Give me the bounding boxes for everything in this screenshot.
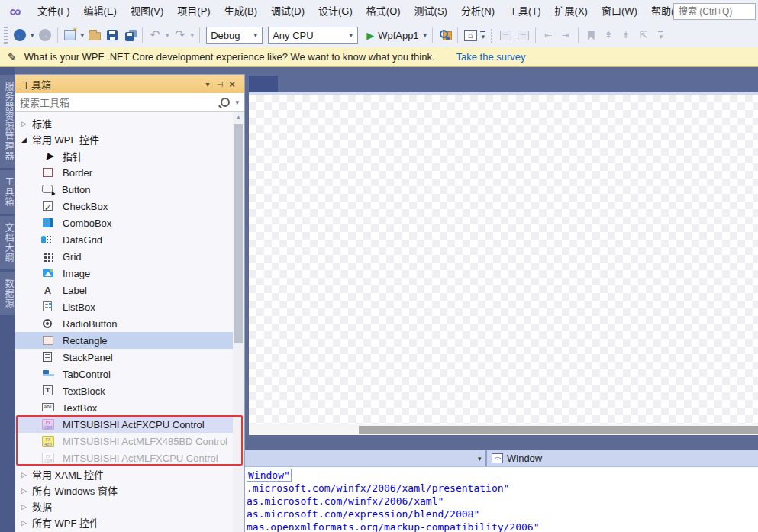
- menu-item-debug[interactable]: 调试(D): [264, 0, 311, 23]
- toolbox-item-border[interactable]: Border: [15, 164, 244, 181]
- code-line: .microsoft.com/winfx/2006/xaml/presentat…: [247, 482, 758, 495]
- sidebar-tab-server-explorer[interactable]: 服务器资源管理器: [0, 75, 15, 168]
- collapsed-arrow-icon: ▷: [21, 487, 27, 495]
- toolbox-vertical-scrollbar[interactable]: ▲: [233, 112, 244, 532]
- toolbox-category-all-wpf[interactable]: ▷所有 WPF 控件: [15, 514, 244, 530]
- menu-item-test[interactable]: 测试(S): [408, 0, 454, 23]
- toolbox-item-listbox[interactable]: ListBox: [15, 298, 244, 315]
- menu-item-project[interactable]: 项目(P): [170, 0, 217, 23]
- toolbox-item-textbox[interactable]: ablTextBox: [15, 399, 244, 416]
- toolbox-item-stackpanel[interactable]: StackPanel: [15, 349, 244, 366]
- solution-platform-dropdown[interactable]: Any CPU ▾: [268, 27, 358, 44]
- attach-to-process-button[interactable]: [437, 26, 453, 44]
- toolbox-item-label[interactable]: ALabel: [15, 282, 244, 298]
- menu-item-view[interactable]: 视图(V): [124, 0, 170, 23]
- code-line: as.microsoft.com/expression/blend/2008": [247, 508, 758, 521]
- toolbox-category-common-xaml[interactable]: ▷常用 XAML 控件: [15, 466, 244, 482]
- navigate-backward-button[interactable]: ←: [12, 26, 27, 44]
- image-icon: [43, 269, 53, 277]
- search-options-chevron-icon[interactable]: ▾: [234, 98, 240, 106]
- open-file-button[interactable]: [87, 26, 102, 44]
- start-debugging-button[interactable]: ▶ WpfApp1 ▾: [366, 26, 427, 44]
- menu-item-tools[interactable]: 工具(T): [502, 0, 548, 23]
- menu-item-extensions[interactable]: 扩展(X): [548, 0, 595, 23]
- toolbar-overflow-button[interactable]: ▾: [658, 31, 663, 40]
- new-project-dropdown-chevron-icon[interactable]: ▾: [80, 31, 85, 39]
- designer-horizontal-scrollbar[interactable]: [249, 424, 758, 435]
- close-icon[interactable]: ×: [226, 79, 238, 90]
- redo-dropdown-chevron-icon[interactable]: ▾: [190, 31, 195, 39]
- xaml-code-area[interactable]: Window" .microsoft.com/winfx/2006/xaml/p…: [245, 467, 758, 532]
- collapsed-arrow-icon: ▷: [21, 519, 27, 527]
- toolbar-overflow-button[interactable]: ▾: [480, 31, 485, 40]
- scrollbar-thumb[interactable]: [234, 124, 243, 343]
- pointer-icon: [41, 150, 54, 162]
- sidebar-tab-document-outline[interactable]: 文档大纲: [0, 216, 15, 269]
- window-position-chevron-icon[interactable]: ▾: [202, 80, 214, 89]
- chevron-down-icon: ▾: [480, 33, 485, 40]
- toolbox-search-input[interactable]: [20, 97, 221, 108]
- textbox-icon: abl: [42, 403, 54, 411]
- configuration-value: Debug: [211, 30, 248, 41]
- menu-item-build[interactable]: 生成(B): [218, 0, 264, 23]
- solution-configuration-dropdown[interactable]: Debug ▾: [206, 27, 263, 44]
- toolbox-item-image[interactable]: Image: [15, 265, 244, 282]
- toolbox-item-grid[interactable]: Grid: [15, 248, 244, 265]
- undo-dropdown-chevron-icon[interactable]: ▾: [165, 31, 170, 39]
- menu-item-format[interactable]: 格式(O): [360, 0, 408, 23]
- nav-element-dropdown[interactable]: Window: [507, 450, 542, 467]
- toolbox-item-pointer[interactable]: 指针: [15, 147, 244, 164]
- save-button[interactable]: [105, 26, 120, 44]
- toolbox-item-mitsubishi-actmlfx485bd[interactable]: FX 485MITSUBISHI ActMLFX485BD Control: [15, 433, 244, 450]
- toolbox-item-mitsubishi-actmlfxcpu[interactable]: FX COMMITSUBISHI ActMLFXCPU Control: [15, 450, 244, 466]
- quick-launch-search-input[interactable]: [673, 3, 756, 20]
- uncomment-button-disabled[interactable]: [515, 26, 531, 44]
- scrollbar-up-arrow-icon[interactable]: ▲: [233, 112, 244, 123]
- menu-item-file[interactable]: 文件(F): [31, 0, 77, 23]
- live-visual-tree-button[interactable]: ⌂: [463, 26, 478, 44]
- toolbox-item-mitsubishi-actfxcpu[interactable]: FX COMMITSUBISHI ActFXCPU Control: [15, 416, 244, 433]
- toolbox-item-rectangle[interactable]: Rectangle: [15, 332, 244, 349]
- toolbox-item-tabcontrol[interactable]: TabControl: [15, 366, 244, 382]
- take-survey-link[interactable]: Take the survey: [456, 51, 526, 63]
- clear-bookmarks-button-disabled[interactable]: ⇱: [636, 26, 651, 44]
- comment-button-disabled[interactable]: [498, 26, 513, 44]
- toolbox-item-checkbox[interactable]: CheckBox: [15, 198, 244, 214]
- menu-item-edit[interactable]: 编辑(E): [77, 0, 124, 23]
- menu-item-analyze[interactable]: 分析(N): [454, 0, 502, 23]
- scrollbar-thumb[interactable]: [359, 426, 758, 434]
- toolbox-item-datagrid[interactable]: DataGrid: [15, 231, 244, 248]
- document-tab[interactable]: [249, 76, 278, 92]
- undo-button[interactable]: ↶: [147, 26, 163, 44]
- toolbar-drag-handle[interactable]: [4, 27, 8, 44]
- back-dropdown-chevron-icon[interactable]: ▾: [30, 31, 35, 39]
- previous-bookmark-button-disabled[interactable]: ⇞: [601, 26, 616, 44]
- toolbar-drag-handle[interactable]: [490, 27, 493, 43]
- increase-indent-button-disabled[interactable]: ⇥: [558, 26, 573, 44]
- menu-item-window[interactable]: 窗口(W): [595, 0, 644, 23]
- sidebar-tab-data-sources[interactable]: 数据源: [0, 272, 15, 315]
- toolbox-category-common-wpf[interactable]: ◢常用 WPF 控件: [15, 131, 244, 147]
- xaml-editor-pane[interactable]: ▾ Window Window" .microsoft.com/winfx/20…: [245, 450, 758, 532]
- toolbox-item-textblock[interactable]: TTextBlock: [15, 382, 244, 399]
- wpf-design-surface[interactable]: [249, 92, 758, 424]
- code-line: Window": [247, 469, 758, 482]
- new-project-button[interactable]: [63, 26, 78, 44]
- menu-item-design[interactable]: 设计(G): [311, 0, 360, 23]
- toggle-bookmark-button[interactable]: [583, 26, 598, 44]
- auto-hide-pin-icon[interactable]: ⊣: [214, 80, 226, 89]
- toolbox-category-standard[interactable]: ▷标准: [15, 115, 244, 131]
- toolbox-item-combobox[interactable]: ComboBox: [15, 214, 244, 231]
- toolbox-item-radiobutton[interactable]: RadioButton: [15, 315, 244, 332]
- toolbox-title-bar[interactable]: 工具箱 ▾ ⊣ ×: [15, 75, 244, 93]
- redo-button[interactable]: ↷: [173, 26, 188, 44]
- nav-left-dropdown[interactable]: ▾: [478, 450, 482, 467]
- sidebar-tab-toolbox[interactable]: 工具箱: [0, 170, 15, 214]
- toolbox-category-data[interactable]: ▷数据: [15, 498, 244, 514]
- decrease-indent-button-disabled[interactable]: ⇤: [540, 26, 556, 44]
- navigate-forward-button[interactable]: →: [37, 26, 53, 44]
- toolbox-item-button[interactable]: Button: [15, 181, 244, 198]
- save-all-button[interactable]: [122, 26, 137, 44]
- toolbox-category-all-winforms[interactable]: ▷所有 Windows 窗体: [15, 482, 244, 498]
- next-bookmark-button-disabled[interactable]: ⇟: [618, 26, 634, 44]
